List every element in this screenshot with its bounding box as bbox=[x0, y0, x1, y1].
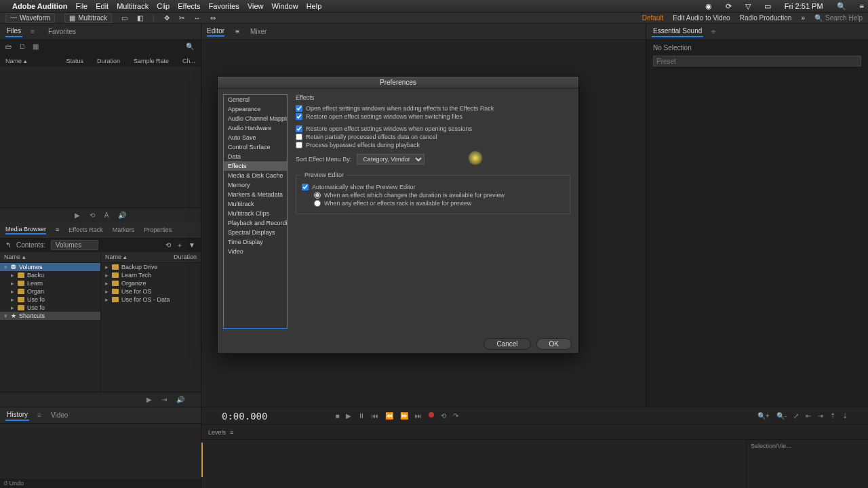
ok-button[interactable]: OK bbox=[536, 338, 572, 350]
checkbox[interactable] bbox=[296, 113, 302, 120]
pref-category-playback-and-recording[interactable]: Playback and Recording bbox=[224, 218, 287, 228]
editor-panel-menu-icon[interactable]: ≡ bbox=[235, 28, 239, 35]
mb-path-select[interactable]: Volumes bbox=[51, 240, 98, 250]
next-icon[interactable]: ⏭ bbox=[415, 412, 422, 420]
tab-essential-sound[interactable]: Essential Sound bbox=[652, 26, 703, 37]
slip-tool-icon[interactable]: ↔ bbox=[194, 14, 201, 22]
check-open-on-add[interactable]: Open effect settings windows when adding… bbox=[296, 105, 570, 112]
sort-select[interactable]: Category, Vendor bbox=[357, 154, 425, 165]
menu-multitrack[interactable]: Multitrack bbox=[117, 2, 149, 10]
files-autoplay-icon[interactable]: A bbox=[104, 211, 109, 219]
tab-editor[interactable]: Editor bbox=[207, 27, 224, 37]
time-tool-icon[interactable]: ⇔ bbox=[210, 14, 216, 22]
menu-favorites[interactable]: Favorites bbox=[209, 2, 239, 10]
zoom-amp-out-icon[interactable]: ⇣ bbox=[842, 412, 848, 420]
checkbox[interactable] bbox=[302, 184, 309, 190]
mb-row-volumes[interactable]: ▾⛃Volumes bbox=[0, 263, 100, 271]
radio-duration-effect[interactable]: When an effect which changes the duratio… bbox=[314, 192, 564, 199]
check-process-bypassed[interactable]: Process bypassed effects during playback bbox=[296, 142, 570, 148]
files-search-icon[interactable]: 🔍 bbox=[186, 43, 195, 52]
check-restore-switch[interactable]: Restore open effect settings windows whe… bbox=[296, 113, 570, 120]
pref-category-memory[interactable]: Memory bbox=[224, 180, 287, 190]
mb-volume-icon[interactable]: 🔊 bbox=[176, 396, 184, 403]
pref-category-audio-channel-mapping[interactable]: Audio Channel Mapping bbox=[224, 114, 287, 123]
checkbox[interactable] bbox=[296, 134, 302, 140]
files-play-icon[interactable]: ▶ bbox=[75, 211, 80, 219]
pref-category-control-surface[interactable]: Control Surface bbox=[224, 142, 287, 152]
status-battery-icon[interactable]: ▭ bbox=[764, 2, 771, 11]
menu-file[interactable]: File bbox=[75, 2, 87, 10]
radio[interactable] bbox=[314, 192, 321, 199]
razor-tool-icon[interactable]: ✂ bbox=[179, 14, 184, 22]
pref-category-auto-save[interactable]: Auto Save bbox=[224, 133, 287, 142]
pref-category-time-display[interactable]: Time Display bbox=[224, 237, 287, 247]
waveform-button[interactable]: 〰Waveform bbox=[5, 13, 55, 23]
status-sync-icon[interactable]: ⟳ bbox=[726, 2, 732, 11]
mb-refresh-icon[interactable]: ⟲ bbox=[165, 241, 171, 249]
mb-up-icon[interactable]: ↰ bbox=[5, 241, 11, 249]
list-item[interactable]: ▸Use for OS bbox=[101, 287, 201, 296]
list-item[interactable]: ▸Use fo bbox=[0, 304, 100, 312]
app-menu[interactable]: Adobe Audition bbox=[12, 2, 67, 10]
list-item[interactable]: ▸Backu bbox=[0, 271, 100, 279]
play-icon[interactable]: ▶ bbox=[346, 412, 351, 420]
pref-category-data[interactable]: Data bbox=[224, 152, 287, 161]
cancel-button[interactable]: Cancel bbox=[484, 338, 530, 350]
spotlight-icon[interactable]: 🔍 bbox=[837, 2, 846, 11]
status-cloud-icon[interactable]: ◉ bbox=[705, 2, 712, 11]
menubar-clock[interactable]: Fri 2:51 PM bbox=[785, 2, 823, 10]
checkbox[interactable] bbox=[296, 142, 302, 148]
tab-media-browser[interactable]: Media Browser bbox=[5, 226, 46, 235]
tab-video[interactable]: Video bbox=[50, 410, 69, 420]
files-col-status[interactable]: Status bbox=[66, 58, 83, 64]
list-item[interactable]: ▸Organ bbox=[0, 287, 100, 296]
menubar-list-icon[interactable]: ≡ bbox=[860, 2, 864, 10]
mb-import-icon[interactable]: ⇥ bbox=[161, 396, 167, 403]
pref-category-spectral-displays[interactable]: Spectral Displays bbox=[224, 228, 287, 237]
new-file-icon[interactable]: 🗋 bbox=[19, 43, 28, 52]
tab-mixer[interactable]: Mixer bbox=[250, 28, 267, 35]
menu-clip[interactable]: Clip bbox=[157, 2, 170, 10]
tab-files[interactable]: Files bbox=[5, 26, 22, 37]
list-item[interactable]: ▸Use for OS - Data bbox=[101, 296, 201, 304]
es-panel-menu-icon[interactable]: ≡ bbox=[711, 28, 715, 35]
es-preset-select[interactable]: Preset bbox=[653, 56, 861, 66]
stop-icon[interactable]: ■ bbox=[335, 412, 339, 420]
status-wifi-icon[interactable]: ▽ bbox=[745, 2, 751, 11]
tab-favorites[interactable]: Favorites bbox=[47, 26, 77, 37]
pref-category-multitrack-clips[interactable]: Multitrack Clips bbox=[224, 209, 287, 218]
menu-view[interactable]: View bbox=[248, 2, 264, 10]
pref-category-markers-metadata[interactable]: Markers & Metadata bbox=[224, 190, 287, 199]
zoom-selection-in-icon[interactable]: ⇤ bbox=[806, 412, 811, 420]
zoom-out-icon[interactable]: 🔍- bbox=[776, 412, 787, 420]
mb-play-icon[interactable]: ▶ bbox=[146, 396, 152, 403]
workspace-audio-video[interactable]: Edit Audio to Video bbox=[673, 14, 730, 22]
tab-effects-rack[interactable]: Effects Rack bbox=[68, 226, 102, 233]
radio[interactable] bbox=[314, 200, 321, 207]
pref-category-media-disk-cache[interactable]: Media & Disk Cache bbox=[224, 171, 287, 180]
open-file-icon[interactable]: 🗁 bbox=[5, 43, 15, 52]
hud-toggle-icon[interactable]: ▭ bbox=[121, 14, 127, 22]
pref-category-effects[interactable]: Effects bbox=[224, 161, 287, 171]
mb-col1-head[interactable]: Name ▴ bbox=[4, 253, 26, 260]
menu-help[interactable]: Help bbox=[307, 2, 322, 10]
timecode[interactable]: 0:00.000 bbox=[222, 411, 267, 422]
move-tool-icon[interactable]: ✥ bbox=[164, 14, 170, 22]
levels-label[interactable]: Levels bbox=[208, 429, 226, 436]
zoom-amp-in-icon[interactable]: ⇡ bbox=[830, 412, 835, 420]
loop-icon[interactable]: ⟲ bbox=[441, 412, 446, 420]
list-item[interactable]: ▸Learn Tech bbox=[101, 271, 201, 279]
pref-category-general[interactable]: General bbox=[224, 95, 287, 104]
record-icon[interactable] bbox=[429, 412, 434, 418]
list-item[interactable]: ▸Backup Drive bbox=[101, 263, 201, 271]
insert-clip-icon[interactable]: ▦ bbox=[33, 43, 42, 52]
files-volume-icon[interactable]: 🔊 bbox=[118, 211, 126, 219]
pref-category-appearance[interactable]: Appearance bbox=[224, 104, 287, 114]
files-panel-menu-icon[interactable]: ≡ bbox=[31, 28, 35, 35]
multitrack-button[interactable]: ▦Multitrack bbox=[64, 13, 112, 23]
pref-category-multitrack[interactable]: Multitrack bbox=[224, 199, 287, 209]
menu-effects[interactable]: Effects bbox=[178, 2, 200, 10]
checkbox[interactable] bbox=[296, 125, 302, 132]
mb-col2-head-name[interactable]: Name ▴ bbox=[105, 253, 127, 260]
history-panel-menu-icon[interactable]: ≡ bbox=[37, 411, 41, 419]
